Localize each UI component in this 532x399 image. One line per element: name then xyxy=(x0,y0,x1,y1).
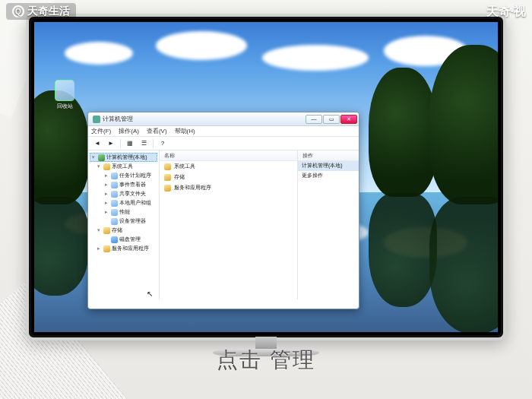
folder-icon xyxy=(164,163,171,170)
disk-icon xyxy=(111,236,118,243)
mouse-cursor-icon: ↖ xyxy=(147,290,153,298)
tree-reflection xyxy=(429,197,498,332)
tree-storage[interactable]: 存储 xyxy=(112,226,122,234)
window-title: 计算机管理 xyxy=(103,115,133,123)
cloud xyxy=(65,42,133,65)
tree xyxy=(429,45,498,204)
menu-view[interactable]: 查看(V) xyxy=(147,127,167,135)
tree-item[interactable]: 任务计划程序 xyxy=(119,172,151,179)
folder-icon xyxy=(103,227,110,234)
share-icon xyxy=(111,191,118,198)
list-item[interactable]: 服务和应用程序 xyxy=(160,182,297,193)
list-pane[interactable]: 名称 系统工具 存储 服务和应用程序 xyxy=(160,150,298,299)
minimize-button[interactable]: — xyxy=(306,115,322,124)
brand-left: Q 天奇生活 xyxy=(6,3,76,20)
show-hide-tree-button[interactable]: ▦ xyxy=(124,138,136,149)
menu-action[interactable]: 操作(A) xyxy=(119,127,139,135)
separator xyxy=(120,139,121,148)
desktop-screen[interactable]: 回收站 计算机管理 — ▭ ✕ 文件(F) 操作(A) xyxy=(34,22,498,332)
tree-services[interactable]: 服务和应用程序 xyxy=(112,245,149,252)
monitor-bezel: 回收站 计算机管理 — ▭ ✕ 文件(F) 操作(A) xyxy=(31,19,501,335)
window-titlebar[interactable]: 计算机管理 — ▭ ✕ xyxy=(88,112,359,126)
tree-item[interactable]: 事件查看器 xyxy=(119,181,146,188)
menu-file[interactable]: 文件(F) xyxy=(91,127,111,135)
folder-icon xyxy=(103,245,110,252)
folder-icon xyxy=(164,185,171,192)
task-icon xyxy=(111,173,118,179)
app-icon xyxy=(93,116,100,123)
help-button[interactable]: ? xyxy=(157,138,169,149)
separator xyxy=(153,139,154,148)
event-icon xyxy=(111,182,118,188)
list-item[interactable]: 存储 xyxy=(160,172,297,182)
menu-help[interactable]: 帮助(H) xyxy=(175,127,195,135)
list-item[interactable]: 系统工具 xyxy=(160,161,297,172)
recycle-bin-icon[interactable]: 回收站 xyxy=(51,80,78,112)
tree xyxy=(369,68,437,197)
monitor-frame: 回收站 计算机管理 — ▭ ✕ 文件(F) 操作(A) xyxy=(26,14,506,340)
tree-reflection xyxy=(34,197,89,296)
cloud xyxy=(156,31,247,60)
tree-root[interactable]: 计算机管理(本地) xyxy=(106,154,147,161)
tree-item[interactable]: 性能 xyxy=(119,208,130,216)
brand-right-text: 天奇·视 xyxy=(486,4,526,20)
maximize-button[interactable]: ▭ xyxy=(323,115,340,124)
actions-header: 操作 xyxy=(298,150,359,161)
tree-reflection xyxy=(369,193,437,307)
tree-pane[interactable]: ▾计算机管理(本地) ▾系统工具 ▸任务计划程序 ▸事件查看器 ▸共享文件夹 ▸… xyxy=(88,150,160,299)
actions-title[interactable]: 计算机管理(本地) xyxy=(298,161,359,171)
tree-item[interactable]: 设备管理器 xyxy=(119,217,146,225)
device-icon xyxy=(111,218,118,225)
actions-pane[interactable]: 操作 计算机管理(本地) 更多操作 xyxy=(298,150,359,299)
computer-icon xyxy=(98,154,105,161)
users-icon xyxy=(111,200,118,207)
recycle-bin-label: 回收站 xyxy=(57,103,73,110)
brand-logo-icon: Q xyxy=(12,5,24,17)
tree-item[interactable]: 磁盘管理 xyxy=(119,236,141,243)
close-button[interactable]: ✕ xyxy=(340,115,357,124)
tree-item[interactable]: 本地用户和组 xyxy=(119,199,151,207)
menu-bar: 文件(F) 操作(A) 查看(V) 帮助(H) xyxy=(88,126,359,137)
back-button[interactable]: ◄ xyxy=(91,138,103,149)
list-header[interactable]: 名称 xyxy=(160,150,297,161)
tree-system-tools[interactable]: 系统工具 xyxy=(112,163,133,170)
computer-management-window: 计算机管理 — ▭ ✕ 文件(F) 操作(A) 查看(V) 帮助(H) ◄ xyxy=(87,112,359,309)
video-overlay-top: Q 天奇生活 天奇·视 xyxy=(0,0,532,23)
toolbar: ◄ ► ▦ ☰ ? xyxy=(88,137,359,150)
bin-icon xyxy=(55,80,74,101)
brand-left-text: 天奇生活 xyxy=(27,5,70,18)
window-body: ▾计算机管理(本地) ▾系统工具 ▸任务计划程序 ▸事件查看器 ▸共享文件夹 ▸… xyxy=(88,150,359,299)
video-subtitle: 点击 管理 xyxy=(0,346,532,375)
folder-icon xyxy=(103,163,110,170)
properties-button[interactable]: ☰ xyxy=(138,138,150,149)
forward-button[interactable]: ► xyxy=(105,138,117,149)
folder-icon xyxy=(164,174,171,181)
cloud xyxy=(262,45,369,71)
tree-item[interactable]: 共享文件夹 xyxy=(119,190,146,198)
actions-more[interactable]: 更多操作 xyxy=(298,171,359,181)
perf-icon xyxy=(111,209,118,216)
